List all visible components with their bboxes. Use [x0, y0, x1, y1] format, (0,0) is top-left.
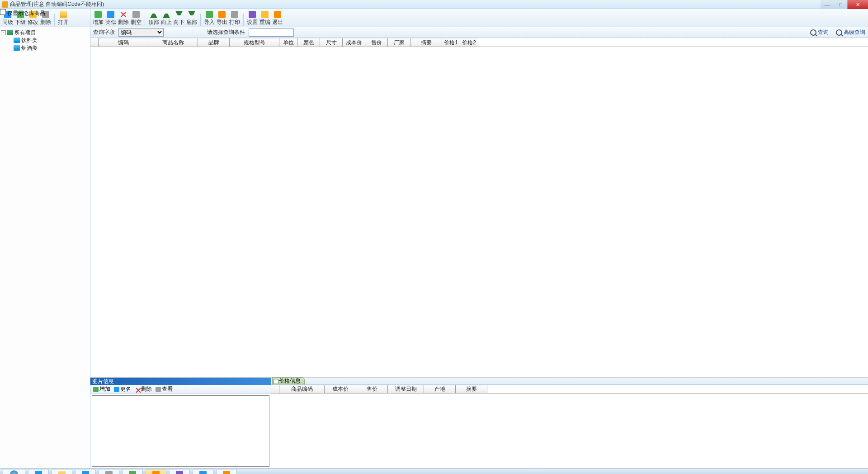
only-stock-label: 仅显示仓库商品 [7, 10, 45, 16]
column-header[interactable]: 摘要 [410, 38, 442, 47]
taskbar-item[interactable] [193, 469, 213, 474]
taskbar-item[interactable] [28, 469, 49, 474]
minimize-button[interactable]: — [820, 0, 834, 9]
up-button[interactable]: 向上 [160, 11, 172, 26]
column-header[interactable]: 规格型号 [230, 38, 279, 47]
tree-root[interactable]: - 所有项目 [1, 29, 89, 36]
column-header[interactable]: 商品名称 [148, 38, 198, 47]
column-header[interactable]: 颜色 [297, 38, 320, 47]
titlebar: 商品管理(注意 自动编码Code不能相同) — □ ✕ [0, 0, 868, 9]
taskbar-item[interactable] [75, 469, 96, 474]
image-add-button[interactable]: 增加 [93, 385, 110, 393]
delete2-button[interactable]: 删除 [118, 11, 129, 26]
column-header[interactable]: 编码 [99, 38, 148, 47]
column-header[interactable]: 尺寸 [320, 38, 343, 47]
left-panel: 同级 下级 修改 删除 打开 - 所有项目 饮料类 烟酒类 [0, 9, 90, 468]
column-header[interactable]: 售价 [365, 38, 388, 47]
maximize-button[interactable]: □ [834, 0, 847, 9]
app-icon [129, 471, 136, 474]
toolbar-separator [243, 14, 244, 26]
print-button[interactable]: 打印 [229, 11, 241, 26]
only-stock-checkbox-wrap: 仅显示仓库商品 [0, 9, 45, 17]
leaf-icon [14, 45, 20, 51]
add-label: 增加 [93, 19, 104, 26]
image-delete-button[interactable]: 删除 [135, 385, 152, 393]
taskbar-item[interactable] [169, 469, 190, 474]
column-header[interactable]: 售价 [356, 385, 388, 393]
right-toolbar: 增加 类似 删除 删空 顶部 向上 向下 底部 导入 导出 打印 设置 重编 退… [90, 9, 868, 27]
search-cond-input[interactable] [249, 28, 294, 37]
column-header[interactable]: 价格2 [460, 38, 478, 47]
column-header[interactable]: 摘要 [456, 385, 487, 393]
search-field-select[interactable]: 编码 [118, 28, 164, 37]
adv-search-button[interactable]: 高级查询 [836, 28, 865, 36]
taskbar-item-active[interactable] [146, 469, 166, 474]
only-stock-checkbox[interactable] [0, 9, 6, 15]
column-header[interactable]: 产地 [424, 385, 456, 393]
column-header[interactable]: 品牌 [198, 38, 230, 47]
plus-icon [93, 387, 99, 392]
delete-label: 删除 [40, 19, 51, 26]
clear-button[interactable]: 删空 [130, 11, 142, 26]
bottom-button[interactable]: 底部 [186, 11, 198, 26]
taskbar-item[interactable] [122, 469, 143, 474]
taskbar-item[interactable] [52, 469, 72, 474]
up-label: 向上 [161, 19, 172, 26]
tree-root-label: 所有项目 [14, 29, 36, 36]
app-icon [82, 471, 89, 474]
toolbar-separator [200, 14, 201, 26]
add-button[interactable]: 增加 [92, 11, 104, 26]
bottom-area: 图片信息 增加 更名 删除 查看 价格信息 商品编码成本价售价调整日期产地摘要 [90, 378, 868, 468]
open-button[interactable]: 打开 [57, 11, 69, 26]
folder-icon [7, 30, 13, 35]
image-rename-button[interactable]: 更名 [114, 385, 131, 393]
app-icon [2, 1, 8, 8]
copy-icon [107, 11, 114, 18]
adv-search-label: 高级查询 [844, 28, 865, 36]
recode-label: 重编 [259, 19, 270, 26]
recode-button[interactable]: 重编 [259, 11, 271, 26]
image-view-button[interactable]: 查看 [156, 385, 173, 393]
price-tab[interactable]: 价格信息 [272, 377, 305, 384]
column-header[interactable]: 成本价 [343, 38, 365, 47]
column-header[interactable]: 单位 [279, 38, 297, 47]
import-label: 导入 [204, 19, 215, 26]
column-header[interactable]: 商品编码 [279, 385, 325, 393]
similar-button[interactable]: 类似 [105, 11, 117, 26]
row-selector-header [271, 385, 279, 393]
arrow-bottom-icon [188, 11, 195, 18]
column-header[interactable]: 调整日期 [388, 385, 424, 393]
image-add-label: 增加 [99, 385, 110, 393]
search-icon [836, 29, 842, 36]
taskbar-item[interactable] [216, 469, 237, 474]
tree-item[interactable]: 烟酒类 [14, 44, 89, 52]
image-rename-label: 更名 [120, 385, 131, 393]
column-header[interactable]: 成本价 [325, 385, 356, 393]
search-icon [810, 29, 816, 36]
price-panel: 价格信息 商品编码成本价售价调整日期产地摘要 [271, 378, 868, 468]
search-cond-label: 请选择查询条件 [207, 28, 245, 36]
tree-collapse-icon[interactable]: - [1, 30, 6, 35]
taskbar-item[interactable] [99, 469, 119, 474]
sub-level-label: 下级 [15, 19, 26, 26]
close-button[interactable]: ✕ [847, 0, 868, 9]
search-button[interactable]: 查询 [810, 28, 829, 36]
app-icon [176, 471, 183, 474]
settings-button[interactable]: 设置 [246, 11, 258, 26]
tree-item[interactable]: 饮料类 [14, 37, 89, 44]
exit-button[interactable]: 退出 [272, 11, 283, 26]
app-icon [152, 471, 160, 474]
app-icon [199, 471, 207, 474]
print-icon [231, 11, 238, 18]
export-button[interactable]: 导出 [216, 11, 228, 26]
down-button[interactable]: 向下 [173, 11, 185, 26]
column-header[interactable]: 厂家 [388, 38, 410, 47]
exit-icon [274, 11, 281, 18]
print-label: 打印 [229, 19, 240, 26]
import-button[interactable]: 导入 [203, 11, 215, 26]
start-button[interactable] [3, 469, 25, 474]
export-label: 导出 [217, 19, 227, 26]
top-button[interactable]: 顶部 [148, 11, 160, 26]
clear-icon [132, 11, 140, 18]
column-header[interactable]: 价格1 [442, 38, 460, 47]
